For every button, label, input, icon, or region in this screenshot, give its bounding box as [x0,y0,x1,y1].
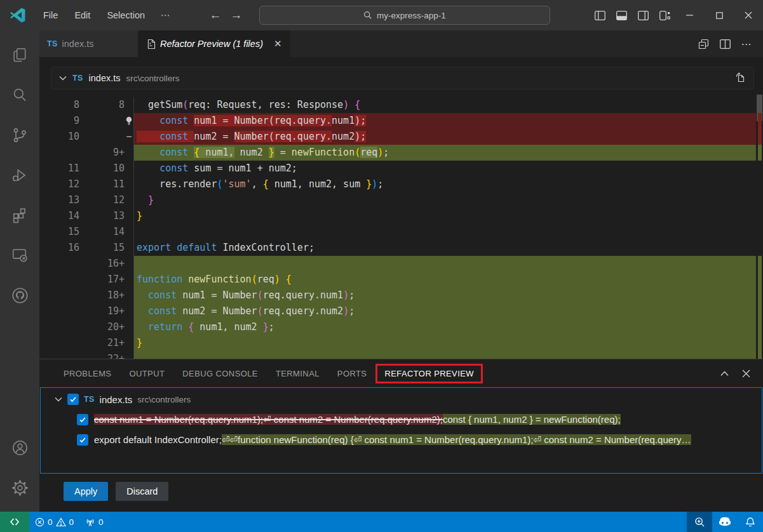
remote-explorer-icon[interactable] [4,239,35,271]
toggle-sidebar-left-icon[interactable] [589,6,611,25]
chevron-down-icon[interactable] [55,397,62,402]
extensions-icon[interactable] [4,199,35,231]
line-number-modified [79,113,125,129]
line-number-original [39,145,79,161]
code-text: return { num1, num2 }; [133,319,756,335]
code-line[interactable]: 1413} [39,208,756,224]
line-number-modified: 12 [79,192,125,208]
gutter-marker [125,240,133,256]
panel-tab-ports[interactable]: PORTS [328,365,376,382]
code-line[interactable]: 17+function newFunction(req) { [39,272,756,288]
editor-more-actions-icon[interactable]: ⋯ [738,35,755,53]
status-bar: 0 0 0 [0,512,763,532]
run-and-debug-icon[interactable] [4,159,35,191]
discard-button[interactable]: Discard [116,482,168,501]
diff-file-header[interactable]: TS index.ts src\controllers [51,67,754,90]
settings-gear-icon[interactable] [4,472,35,503]
search-sidebar-icon[interactable] [4,79,35,111]
zoom-status-button[interactable] [687,512,712,532]
gutter-marker [125,288,133,303]
accounts-icon[interactable] [4,432,35,463]
code-text: const sum = num1 + num2; [133,161,756,176]
editor-scrollbar[interactable] [756,93,763,359]
maximize-button[interactable] [705,0,734,30]
copilot-status-button[interactable] [712,512,738,532]
code-line[interactable]: 1211 res.render('sum', { num1, num2, sum… [39,176,756,192]
checkbox[interactable] [77,414,88,425]
code-line[interactable]: 1514 [39,224,756,240]
diff-code-area[interactable]: 7788 getSum(req: Request, res: Response)… [39,93,756,359]
code-line[interactable]: 10− const num2 = Number(req.query.num2); [39,129,756,145]
panel-tab-refactor-preview[interactable]: REFACTOR PREVIEW [375,364,483,383]
checkbox[interactable] [67,394,79,405]
panel-tab-output[interactable]: OUTPUT [120,365,173,382]
refactor-change-row[interactable]: const num1 = Number(req.query.num1);⏎ co… [41,410,762,429]
back-arrow-icon[interactable]: ← [210,8,222,22]
code-line[interactable]: 88 getSum(req: Request, res: Response) { [39,97,756,113]
refactor-file-row[interactable]: TS index.ts src\controllers [41,390,762,408]
line-number-modified: 20+ [79,319,125,335]
checkbox[interactable] [77,434,88,446]
line-number-modified: 10 [79,161,125,176]
deleted-line-marker: − [125,129,133,145]
editor-tab-bar: TS index.ts Refactor Preview (1 files) ✕… [39,30,763,57]
gutter-marker [125,145,133,161]
change-text: const num1 = Number(req.query.num1);⏎ co… [94,414,621,425]
more-menus-icon[interactable]: ⋯ [153,7,179,23]
tab-refactor-preview[interactable]: Refactor Preview (1 files) ✕ [138,30,290,57]
lightbulb-icon[interactable] [125,113,133,129]
radio-tower-icon [85,517,95,527]
split-editor-icon[interactable] [716,35,734,53]
notifications-button[interactable] [738,512,763,532]
forward-arrow-icon[interactable]: → [231,8,243,22]
command-center-search[interactable]: my-express-app-1 [259,6,550,25]
tree-file-path: src\controllers [137,395,191,404]
code-line[interactable]: 9 const num1 = Number(req.query.num1); [39,113,756,129]
remote-indicator[interactable] [0,512,29,532]
code-line[interactable]: 19+ const num2 = Number(req.query.num2); [39,303,756,319]
line-number-modified: 17+ [79,272,125,288]
tab-index-ts[interactable]: TS index.ts [39,30,138,57]
customize-layout-icon[interactable] [654,6,675,25]
code-line[interactable]: 1110 const sum = num1 + num2; [39,161,756,176]
gutter-marker [125,161,133,176]
explorer-icon[interactable] [4,39,35,71]
restore-changes-icon[interactable] [694,35,712,53]
source-control-icon[interactable] [4,119,35,151]
panel-tab-debug-console[interactable]: DEBUG CONSOLE [173,365,267,382]
gutter-marker [125,335,133,351]
open-file-icon[interactable] [734,72,746,85]
maximize-panel-icon[interactable] [716,365,733,382]
problems-status[interactable]: 0 0 [29,512,79,532]
code-line[interactable]: 16+ [39,256,756,272]
minimize-button[interactable] [675,0,705,30]
close-tab-icon[interactable]: ✕ [274,38,282,50]
menu-file[interactable]: File [35,7,66,23]
code-line[interactable]: 21+} [39,335,756,351]
menu-selection[interactable]: Selection [98,7,153,23]
menu-edit[interactable]: Edit [66,7,98,23]
line-number-modified: 13 [79,208,125,224]
code-text: } [133,335,756,351]
code-line[interactable]: 22+ [39,351,756,359]
close-window-button[interactable] [734,0,763,30]
panel-tab-terminal[interactable]: TERMINAL [267,365,328,382]
code-line[interactable]: 20+ return { num1, num2 }; [39,319,756,335]
ts-file-icon: TS [84,395,95,404]
refactor-preview-editor: TS index.ts src\controllers 7788 getSum(… [39,57,763,359]
bell-icon [745,517,755,528]
panel-tab-problems[interactable]: PROBLEMS [55,365,120,382]
code-line[interactable]: 1312 } [39,192,756,208]
code-line[interactable]: 1615export default IndexController; [39,240,756,256]
toggle-sidebar-right-icon[interactable] [632,6,654,25]
code-line[interactable]: 9+ const { num1, num2 } = newFunction(re… [39,145,756,161]
code-text: const num2 = Number(req.query.num2); [133,303,756,319]
close-panel-icon[interactable] [738,365,754,382]
toggle-panel-icon[interactable] [611,6,632,25]
ports-status[interactable]: 0 [79,512,109,532]
apply-button[interactable]: Apply [64,482,108,501]
github-icon[interactable] [4,279,35,311]
code-line[interactable]: 18+ const num1 = Number(req.query.num1); [39,288,756,303]
gutter-marker [125,319,133,335]
refactor-change-row[interactable]: export default IndexController;⏎⏎functio… [41,430,762,449]
